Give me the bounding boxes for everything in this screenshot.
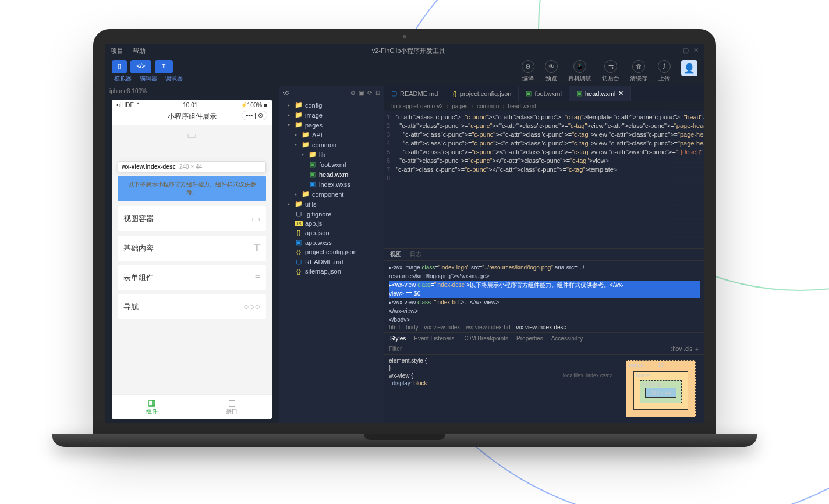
- menu-help[interactable]: 帮助: [133, 47, 146, 55]
- project-root[interactable]: v2: [283, 90, 290, 97]
- action-3[interactable]: ⇆切后台: [602, 60, 619, 83]
- new-folder-icon[interactable]: ▣: [359, 90, 364, 97]
- phone-tabbar: ▦组件 ◫接口: [112, 394, 272, 419]
- style-tab[interactable]: Properties: [516, 335, 543, 342]
- app-title: 小程序组件展示 ••• | ⊙: [112, 111, 272, 125]
- ide-window: 项目 帮助 v2-FinClip小程序开发工具 — ▢ ✕ ▯ </> ⫪: [105, 44, 704, 423]
- close-icon[interactable]: ✕: [693, 47, 699, 55]
- phone-frame: •ıll IDE ⌃ 10:01 ⚡100% ■ 小程序组件展示 ••• | ⊙…: [112, 100, 272, 419]
- simulator-pane: iphone6 100% •ıll IDE ⌃ 10:01 ⚡100% ■ 小程…: [105, 86, 279, 423]
- maximize-icon[interactable]: ▢: [683, 47, 689, 55]
- minimap[interactable]: [669, 111, 704, 248]
- mode-simulator[interactable]: ▯: [112, 60, 127, 73]
- list-item[interactable]: 视图容器▭: [118, 206, 266, 231]
- minimize-icon[interactable]: —: [672, 47, 678, 55]
- action-4[interactable]: 🗑清缓存: [630, 60, 647, 83]
- tree-item[interactable]: ▾📁common: [279, 140, 384, 150]
- laptop-frame: 项目 帮助 v2-FinClip小程序开发工具 — ▢ ✕ ▯ </> ⫪: [93, 29, 716, 447]
- devtab-log[interactable]: 日志: [410, 250, 421, 258]
- mode-label-edit: 编辑器: [137, 74, 160, 83]
- styles-filter-extras[interactable]: :hov .cls ＋: [671, 345, 700, 353]
- action-1[interactable]: 👁预览: [545, 60, 558, 83]
- editor-tab[interactable]: ▢README.md: [384, 86, 445, 101]
- file-explorer: v2 ⊕ ▣ ⟳ ⊟ ▸📁config▸📁image▾📁pages▸📁API▾📁…: [279, 86, 384, 423]
- window-controls: — ▢ ✕: [672, 47, 699, 55]
- tab-api[interactable]: ◫接口: [192, 395, 272, 419]
- inspector-tooltip: wx-view.index-desc 240 × 44: [118, 161, 266, 172]
- editor-tab[interactable]: {}project.config.json: [445, 86, 519, 101]
- tree-item[interactable]: ▸📁config: [279, 100, 384, 110]
- action-0[interactable]: ⚙编译: [522, 60, 534, 83]
- tree-item[interactable]: ▸📁lib: [279, 150, 384, 159]
- mode-label-sim: 模拟器: [112, 74, 134, 83]
- mode-editor[interactable]: </>: [130, 60, 151, 73]
- phone-statusbar: •ıll IDE ⌃ 10:01 ⚡100% ■: [112, 100, 272, 111]
- mode-label-debug: 调试器: [163, 74, 185, 83]
- close-tab-icon[interactable]: ✕: [618, 90, 623, 97]
- camera-dot: [403, 35, 406, 38]
- box-content-size: 240 × 44: [645, 388, 676, 398]
- list-item[interactable]: 导航○○○: [118, 294, 266, 319]
- new-file-icon[interactable]: ⊕: [350, 90, 355, 97]
- menubar: 项目 帮助 v2-FinClip小程序开发工具 — ▢ ✕: [105, 44, 704, 58]
- tree-item[interactable]: ▣head.wxml: [279, 169, 384, 179]
- tree-item[interactable]: ▸📁image: [279, 110, 384, 120]
- toolbar: ▯ </> ⫪ 模拟器 编辑器 调试器 ⚙编译👁预览📱真机调试⇆切后台🗑清缓存⤴…: [105, 58, 704, 86]
- list-item[interactable]: 表单组件≡: [118, 265, 266, 290]
- style-tab[interactable]: Accessibility: [551, 335, 583, 342]
- tree-item[interactable]: ▸📁utils: [279, 199, 384, 209]
- box-model: 10 240 × 44: [617, 355, 704, 423]
- collapse-icon[interactable]: ⊟: [375, 90, 380, 97]
- action-5[interactable]: ⤴上传: [658, 60, 671, 83]
- mode-debugger[interactable]: ⫪: [155, 60, 173, 73]
- capsule-button[interactable]: ••• | ⊙: [242, 111, 267, 120]
- style-tab[interactable]: Styles: [390, 335, 406, 342]
- css-rules[interactable]: element.style {}</span>.index-desc {</di…: [384, 355, 617, 423]
- tree-item[interactable]: ▢.gitignore: [279, 209, 384, 219]
- status-time: 10:01: [183, 102, 197, 108]
- device-label[interactable]: iphone6 100%: [105, 86, 279, 96]
- tree-item[interactable]: {}project.config.json: [279, 247, 384, 257]
- tree-item[interactable]: ▾📁pages: [279, 120, 384, 130]
- tree-item[interactable]: ▣app.wxss: [279, 237, 384, 247]
- devtab-view[interactable]: 视图: [390, 250, 402, 258]
- code-editor[interactable]: 12345678 "c-attr">class"c-punc">="c-punc…: [384, 111, 704, 248]
- tab-components[interactable]: ▦组件: [112, 395, 192, 419]
- tabs-more-icon[interactable]: ⋯: [689, 86, 704, 101]
- tree-item[interactable]: {}sitemap.json: [279, 267, 384, 276]
- window-title: v2-FinClip小程序开发工具: [155, 47, 663, 55]
- devtools: 视图 日志 ▸<wx-image class="index-logo" src=…: [384, 248, 704, 423]
- tree-item[interactable]: ▣foot.wxml: [279, 159, 384, 169]
- editor-tab[interactable]: ▣head.wxml✕: [569, 86, 632, 101]
- tree-item[interactable]: ▸📁API: [279, 130, 384, 140]
- tree-item[interactable]: ▣index.wxss: [279, 179, 384, 189]
- action-2[interactable]: 📱真机调试: [568, 60, 591, 83]
- editor-tab[interactable]: ▣foot.wxml: [519, 86, 569, 101]
- tree-item[interactable]: {}app.json: [279, 228, 384, 237]
- battery-icon: ⚡100% ■: [240, 102, 267, 108]
- style-tab[interactable]: Event Listeners: [414, 335, 454, 342]
- avatar[interactable]: 👤: [681, 60, 697, 76]
- highlighted-element[interactable]: 以下将展示小程序官方组件能力。组件样式仅供参考。: [118, 176, 266, 201]
- tree-item[interactable]: ▸📁component: [279, 189, 384, 199]
- signal-icon: •ıll IDE ⌃: [116, 102, 140, 108]
- breadcrumbs[interactable]: fino-applet-demo-v2›pages›common›head.wx…: [384, 101, 704, 111]
- tree-item[interactable]: JSapp.js: [279, 219, 384, 228]
- dom-inspector[interactable]: ▸<wx-image class="index-logo" src="../re…: [384, 261, 704, 322]
- editor-tabs: ▢README.md{}project.config.json▣foot.wxm…: [384, 86, 704, 101]
- tree-item[interactable]: ▢README.md: [279, 257, 384, 267]
- style-tab[interactable]: DOM Breakpoints: [462, 335, 508, 342]
- list-item[interactable]: 基础内容𝕋: [118, 236, 266, 261]
- menu-project[interactable]: 项目: [111, 47, 123, 55]
- styles-filter-input[interactable]: [389, 346, 665, 352]
- refresh-icon[interactable]: ⟳: [367, 90, 372, 97]
- dom-breadcrumb[interactable]: htmlbodywx-view.indexwx-view.index-hdwx-…: [384, 322, 704, 332]
